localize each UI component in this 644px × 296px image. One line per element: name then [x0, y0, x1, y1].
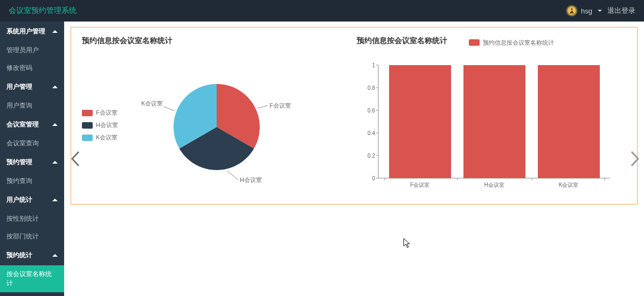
app-title: 会议室预约管理系统 [9, 6, 77, 16]
sidebar-item[interactable]: 按部门统计 [0, 228, 64, 245]
bar-f[interactable] [389, 65, 451, 178]
svg-text:0.6: 0.6 [368, 108, 375, 114]
sidebar: 系统用户管理管理员用户修改密码用户管理用户查询会议室管理会议室查询预约管理预约查… [0, 22, 64, 296]
pie-label-f: F会议室 [269, 102, 291, 109]
carousel-next-button[interactable] [629, 151, 640, 167]
sidebar-item[interactable]: 会议室查询 [0, 135, 64, 152]
caret-up-icon [52, 199, 58, 201]
sidebar-item[interactable]: 按性别统计 [0, 210, 64, 228]
sidebar-item[interactable]: 用户查询 [0, 97, 64, 115]
svg-text:0.4: 0.4 [368, 130, 375, 136]
avatar [566, 5, 578, 17]
svg-text:0: 0 [372, 175, 375, 181]
caret-down-icon [598, 10, 602, 12]
sidebar-item[interactable]: 管理员用户 [0, 41, 64, 59]
svg-text:0.8: 0.8 [368, 85, 375, 91]
topbar-right: hsg 退出登录 [566, 5, 635, 17]
user-menu[interactable]: hsg [566, 5, 602, 17]
bar-xlabel-h: H会议室 [484, 182, 504, 188]
topbar: 会议室预约管理系统 hsg 退出登录 [0, 0, 644, 22]
sidebar-group[interactable]: 用户管理 [0, 77, 64, 97]
pie-label-k: K会议室 [141, 100, 163, 107]
caret-up-icon [52, 30, 58, 33]
legend-item-f[interactable]: F会议室 [82, 109, 118, 117]
sidebar-item[interactable]: 按会议室名称统计 [0, 265, 64, 292]
pie-chart: 预约信息按会议室名称统计 F会议室 H会议室 K会议室 F会议室 H会议室 [82, 36, 351, 199]
svg-text:1: 1 [372, 62, 375, 68]
sidebar-group[interactable]: 会议室管理 [0, 115, 64, 135]
pie-label-h: H会议室 [240, 177, 262, 183]
pie-svg: F会议室 H会议室 K会议室 [82, 49, 351, 194]
sidebar-group[interactable]: 用户统计 [0, 190, 64, 210]
bar-legend-swatch [469, 39, 480, 46]
bar-title: 预约信息按会议室名称统计 [357, 36, 447, 46]
sidebar-group[interactable]: 预约管理 [0, 152, 64, 172]
pie-legend: F会议室 H会议室 K会议室 [82, 109, 118, 142]
svg-text:0.2: 0.2 [368, 153, 375, 159]
sidebar-group[interactable]: 预约统计 [0, 245, 64, 265]
bar-legend[interactable]: 预约信息按会议室名称统计 [469, 39, 554, 47]
legend-item-k[interactable]: K会议室 [82, 133, 118, 142]
svg-line-0 [257, 105, 268, 108]
carousel-prev-button[interactable] [71, 151, 81, 167]
pie-title: 预约信息按会议室名称统计 [82, 36, 351, 46]
bar-xlabel-f: F会议室 [410, 182, 430, 188]
caret-up-icon [52, 161, 58, 164]
bar-svg: 0 0.2 0.4 0.6 0.8 1 [357, 49, 626, 194]
sidebar-group[interactable]: 系统用户管理 [0, 22, 64, 41]
sidebar-item[interactable]: 修改密码 [0, 59, 64, 77]
svg-line-2 [164, 107, 175, 111]
caret-up-icon [52, 86, 58, 88]
legend-item-h[interactable]: H会议室 [82, 121, 118, 129]
username: hsg [581, 7, 592, 15]
svg-line-1 [227, 171, 238, 180]
content-area: 预约信息按会议室名称统计 F会议室 H会议室 K会议室 F会议室 H会议室 [64, 22, 644, 296]
chart-panel: 预约信息按会议室名称统计 F会议室 H会议室 K会议室 F会议室 H会议室 [71, 27, 638, 205]
caret-up-icon [52, 123, 58, 126]
sidebar-item[interactable]: 预约查询 [0, 172, 64, 190]
bar-xlabel-k: K会议室 [559, 182, 579, 188]
bar-h[interactable] [463, 65, 525, 178]
bar-chart: 预约信息按会议室名称统计 预约信息按会议室名称统计 0 0.2 [357, 36, 626, 199]
logout-link[interactable]: 退出登录 [607, 6, 635, 16]
caret-up-icon [52, 254, 58, 257]
bar-k[interactable] [538, 65, 600, 178]
